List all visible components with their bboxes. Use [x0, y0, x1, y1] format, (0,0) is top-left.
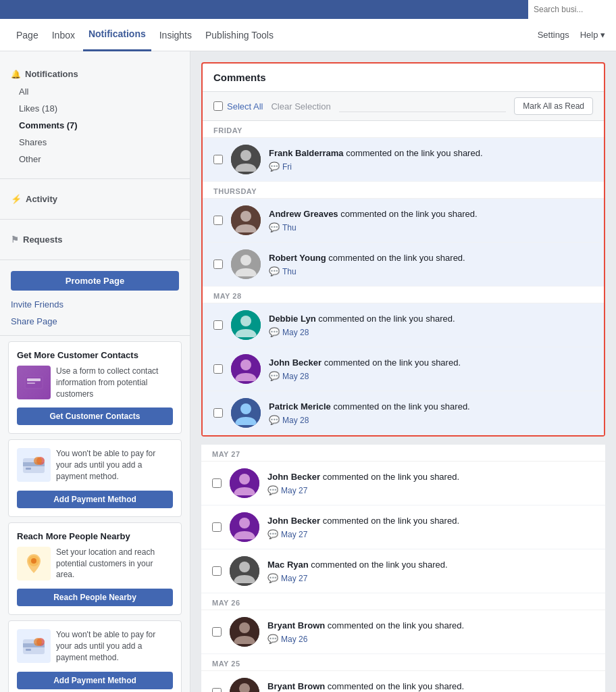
notif-checkbox[interactable] [212, 522, 222, 532]
notif-time: 💬 May 27 [267, 485, 594, 495]
notif-time: 💬 May 28 [269, 415, 593, 425]
notif-checkbox[interactable] [212, 688, 222, 692]
publishing-tools-tab[interactable]: Publishing Tools [200, 30, 279, 41]
insights-tab[interactable]: Insights [154, 30, 197, 41]
notif-checkbox[interactable] [212, 627, 222, 637]
notif-text: John Becker commented on the link you sh… [267, 515, 594, 527]
svg-point-37 [239, 562, 250, 572]
select-all-label[interactable]: Select All [213, 101, 263, 112]
add-payment-button-2[interactable]: Add Payment Method [17, 672, 173, 689]
outside-sections: MAY 27 John Becker commented on the link… [201, 445, 605, 692]
sidebar-item-likes[interactable]: Likes (18) [0, 100, 190, 117]
payment-card-1: You won't be able to pay for your ads un… [8, 439, 182, 516]
promote-page-button[interactable]: Promote Page [11, 271, 179, 291]
avatar [231, 310, 261, 340]
mark-all-read-button[interactable]: Mark All as Read [514, 97, 593, 115]
settings-link[interactable]: Settings [538, 30, 569, 40]
svg-point-10 [31, 558, 36, 564]
search-input[interactable] [528, 0, 616, 19]
notif-text: Bryant Brown commented on the link you s… [267, 620, 594, 632]
notif-body: John Becker commented on the link you sh… [267, 515, 594, 539]
sidebar-item-all[interactable]: All [0, 83, 190, 100]
notif-item[interactable]: Frank Balderrama commented on the link y… [203, 138, 604, 182]
notif-item[interactable]: Andrew Greaves commented on the link you… [203, 199, 604, 243]
notif-time: 💬 May 28 [269, 371, 593, 381]
bell-icon: 🔔 [11, 70, 21, 79]
notif-body: Andrew Greaves commented on the link you… [269, 208, 593, 232]
clear-selection-btn[interactable]: Clear Selection [271, 101, 330, 112]
notif-item[interactable]: John Becker commented on the link you sh… [201, 505, 605, 549]
payment-icon-2 [17, 629, 51, 663]
requests-header: ⚑ Requests [0, 230, 190, 249]
notif-body: Bryant Brown commented on the link you s… [267, 620, 594, 644]
inbox-tab[interactable]: Inbox [47, 30, 80, 41]
notifications-tab[interactable]: Notifications [83, 19, 151, 51]
svg-rect-2 [27, 378, 41, 381]
svg-point-25 [240, 255, 251, 266]
notif-text: Patrick Mericle commented on the link yo… [269, 401, 593, 413]
comments-panel: Comments Select All Clear Selection Mark… [201, 62, 605, 437]
date-thursday: THURSDAY [203, 182, 604, 199]
notif-body: Debbie Lyn commented on the link you sha… [269, 313, 593, 337]
invite-friends-link[interactable]: Invite Friends [0, 296, 190, 313]
payment-card-2: You won't be able to pay for your ads un… [8, 620, 182, 692]
notifications-sidebar-header: 🔔 Notifications [0, 65, 190, 83]
notif-item[interactable]: Patrick Mericle commented on the link yo… [203, 391, 604, 435]
get-customer-contacts-button[interactable]: Get Customer Contacts [17, 407, 173, 425]
sidebar-item-comments[interactable]: Comments (7) [0, 117, 190, 134]
svg-point-29 [240, 360, 251, 370]
notif-text: Robert Young commented on the link you s… [269, 252, 593, 264]
svg-point-8 [34, 457, 42, 465]
card-title-3: Reach More People Nearby [17, 531, 173, 541]
notif-checkbox[interactable] [213, 260, 223, 269]
notif-text: John Becker commented on the link you sh… [269, 357, 593, 369]
notif-checkbox[interactable] [212, 478, 222, 488]
notif-checkbox[interactable] [212, 566, 222, 576]
notif-text: Bryant Brown commented on the link you s… [267, 681, 594, 692]
card-title: Get More Customer Contacts [17, 350, 173, 360]
sidebar-item-shares[interactable]: Shares [0, 134, 190, 151]
nearby-card: Reach More People Nearby Set your locati… [8, 522, 182, 615]
card-body-2: You won't be able to pay for your ads un… [56, 448, 173, 482]
notif-checkbox[interactable] [213, 320, 223, 330]
notif-item[interactable]: Debbie Lyn commented on the link you sha… [203, 303, 604, 347]
date-may26: MAY 26 [201, 593, 605, 610]
notif-body: Frank Balderrama commented on the link y… [269, 147, 593, 172]
notif-checkbox[interactable] [213, 216, 223, 225]
avatar [231, 398, 261, 428]
notif-body: John Becker commented on the link you sh… [269, 357, 593, 381]
notif-item[interactable]: Bryant Brown commented on the link you s… [201, 671, 605, 692]
notif-text: Mac Ryan commented on the link you share… [267, 559, 594, 571]
select-all-checkbox[interactable] [213, 101, 223, 111]
page-tab[interactable]: Page [11, 30, 44, 41]
reach-people-button[interactable]: Reach People Nearby [17, 589, 173, 606]
notif-checkbox[interactable] [213, 408, 223, 418]
date-friday: FRIDAY [203, 121, 604, 138]
avatar [231, 145, 261, 174]
help-link[interactable]: Help ▾ [580, 30, 605, 40]
svg-point-39 [239, 622, 250, 633]
notif-item[interactable]: John Becker commented on the link you sh… [201, 462, 605, 505]
contacts-icon [17, 366, 51, 399]
card-body-3: Set your location and reach potential cu… [56, 547, 173, 580]
svg-point-21 [240, 150, 251, 161]
svg-point-15 [34, 638, 42, 646]
notif-item[interactable]: John Becker commented on the link you sh… [203, 347, 604, 391]
sidebar-item-other[interactable]: Other [0, 151, 190, 168]
svg-point-33 [239, 474, 250, 485]
svg-rect-13 [26, 649, 31, 651]
avatar [231, 205, 261, 235]
date-may25: MAY 25 [201, 654, 605, 671]
notif-item[interactable]: Robert Young commented on the link you s… [203, 243, 604, 287]
notif-time: 💬 May 27 [267, 573, 594, 583]
notif-time: 💬 May 28 [269, 327, 593, 337]
share-page-link[interactable]: Share Page [0, 313, 190, 330]
notif-text: Debbie Lyn commented on the link you sha… [269, 313, 593, 325]
avatar [230, 468, 259, 498]
add-payment-button-1[interactable]: Add Payment Method [17, 491, 173, 508]
notif-item[interactable]: Mac Ryan commented on the link you share… [201, 549, 605, 593]
notif-checkbox[interactable] [213, 364, 223, 374]
notif-item[interactable]: Bryant Brown commented on the link you s… [201, 610, 605, 654]
notif-body: Patrick Mericle commented on the link yo… [269, 401, 593, 425]
notif-checkbox[interactable] [213, 155, 223, 164]
